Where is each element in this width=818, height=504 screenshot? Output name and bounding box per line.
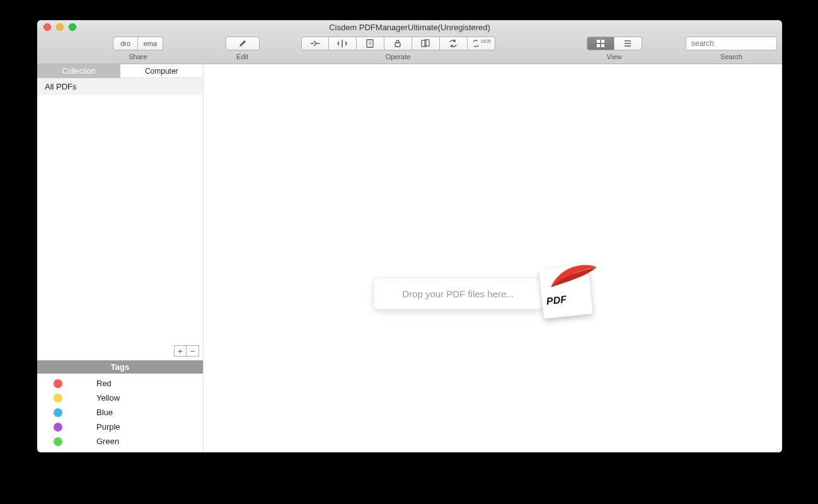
tag-yellow[interactable]: Yellow	[37, 391, 203, 405]
share-group: dro ema Share	[113, 37, 163, 60]
tab-computer[interactable]: Computer	[120, 64, 204, 78]
add-button[interactable]: +	[174, 345, 187, 357]
operate-group: OCR Operate	[301, 37, 495, 60]
tag-label: Purple	[96, 422, 120, 432]
search-group: Search	[686, 37, 777, 60]
drop-hint: Drop your PDF files here...	[374, 278, 543, 309]
red-dot-icon	[54, 379, 62, 388]
main-area[interactable]: Drop your PDF files here... PDF	[204, 64, 782, 452]
edit-button[interactable]	[226, 37, 260, 50]
pages-icon	[420, 39, 430, 48]
tags-header: Tags	[37, 360, 203, 374]
remove-button[interactable]: −	[187, 345, 199, 357]
tag-blue[interactable]: Blue	[37, 405, 203, 420]
dropzone[interactable]: Drop your PDF files here... PDF	[374, 272, 619, 315]
tag-green[interactable]: Green	[37, 434, 203, 449]
operate-encrypt-button[interactable]	[384, 37, 412, 50]
operate-merge-button[interactable]	[301, 37, 329, 50]
svg-rect-7	[601, 40, 604, 43]
lock-icon	[393, 39, 402, 48]
tag-label: Yellow	[96, 393, 120, 403]
operate-extract-button[interactable]	[412, 37, 440, 50]
svg-rect-6	[597, 40, 600, 43]
ocr-icon: OCR	[471, 39, 490, 48]
svg-rect-0	[367, 40, 373, 47]
window-title: Cisdem PDFManagerUltimate(Unregistered)	[37, 23, 782, 32]
tag-purple[interactable]: Purple	[37, 420, 203, 434]
operate-compress-button[interactable]	[357, 37, 384, 50]
tag-label: Blue	[96, 408, 113, 417]
edit-group: Edit	[226, 37, 260, 60]
tag-red[interactable]: Red	[37, 376, 203, 391]
app-window: Cisdem PDFManagerUltimate(Unregistered) …	[37, 20, 782, 452]
sidebar-tabs: Collection Computer	[37, 64, 203, 78]
operate-ocr-button[interactable]: OCR	[468, 37, 495, 50]
close-window-button[interactable]	[43, 23, 51, 31]
svg-rect-3	[395, 43, 400, 47]
operate-label: Operate	[386, 53, 411, 60]
blue-dot-icon	[54, 408, 62, 417]
tag-label: Red	[96, 379, 112, 388]
pencil-icon	[238, 39, 247, 48]
merge-icon	[310, 39, 320, 48]
add-remove-controls: + −	[174, 345, 199, 357]
titlebar: Cisdem PDFManagerUltimate(Unregistered)	[37, 20, 782, 34]
share-label: Share	[129, 53, 147, 60]
yellow-dot-icon	[54, 394, 62, 403]
window-controls	[37, 23, 76, 31]
view-grid-button[interactable]	[587, 37, 614, 50]
body: Collection Computer All PDFs + − Tags Re…	[37, 64, 782, 452]
grid-icon	[596, 39, 605, 48]
list-icon	[623, 39, 632, 48]
view-list-button[interactable]	[614, 37, 642, 50]
operate-convert-button[interactable]	[440, 37, 468, 50]
tags-list: Red Yellow Blue Purple Green	[37, 374, 203, 452]
svg-rect-9	[601, 44, 604, 47]
share-airdrop-button[interactable]: dro	[113, 37, 138, 50]
page-icon	[366, 39, 374, 48]
view-label: View	[607, 53, 622, 60]
tag-label: Green	[96, 437, 119, 446]
green-dot-icon	[54, 437, 62, 446]
sidebar-list: All PDFs + −	[37, 78, 203, 360]
edit-label: Edit	[236, 53, 248, 60]
sidebar: Collection Computer All PDFs + − Tags Re…	[37, 64, 204, 452]
split-icon	[337, 39, 347, 48]
purple-dot-icon	[54, 423, 62, 432]
minimize-window-button[interactable]	[56, 23, 64, 31]
svg-rect-8	[597, 44, 600, 47]
tab-collection[interactable]: Collection	[37, 64, 120, 78]
search-input[interactable]	[686, 37, 777, 50]
maximize-window-button[interactable]	[69, 23, 76, 31]
share-email-button[interactable]: ema	[138, 37, 163, 50]
sidebar-item-all-pdfs[interactable]: All PDFs	[37, 78, 203, 95]
pdf-file-icon: PDF	[535, 262, 604, 325]
pdf-badge: PDF	[546, 294, 567, 307]
convert-icon	[448, 39, 458, 48]
search-label: Search	[720, 53, 742, 60]
operate-split-button[interactable]	[329, 37, 357, 50]
view-group: View	[587, 37, 642, 60]
toolbar: dro ema Share Edit	[37, 34, 782, 64]
